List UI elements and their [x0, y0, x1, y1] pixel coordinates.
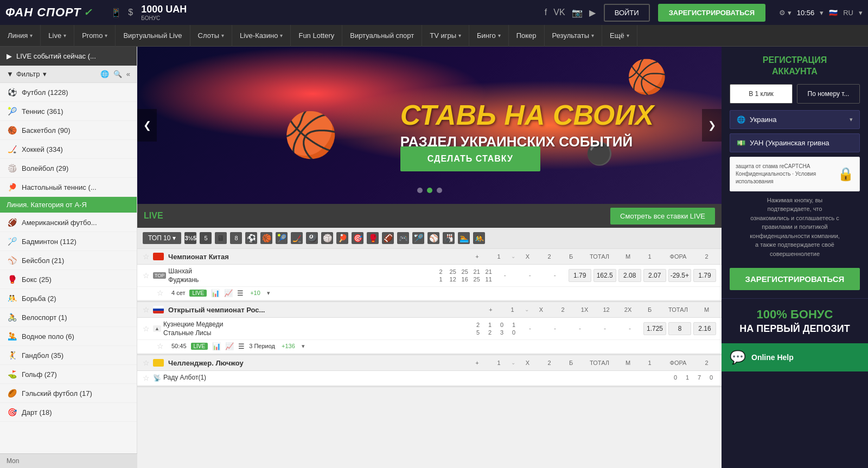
- r-list-icon[interactable]: ☰: [238, 342, 245, 350]
- chart-bar-icon[interactable]: 📊: [211, 289, 220, 297]
- r-odds-1[interactable]: -: [519, 322, 541, 335]
- russia-expand-icon[interactable]: ▾: [302, 343, 305, 350]
- nav-item-linia[interactable]: Линия ▾: [0, 25, 41, 47]
- sidebar-item-tabletennis[interactable]: 🏓 Настольный теннис (...: [0, 178, 137, 197]
- odds-1f[interactable]: 2.07: [643, 269, 666, 282]
- live-filter-ball5[interactable]: 🎱: [306, 232, 318, 244]
- nav-item-live[interactable]: Live ▾: [41, 25, 74, 47]
- r-odds-2[interactable]: -: [544, 322, 566, 335]
- odds-2[interactable]: -: [519, 269, 541, 282]
- event-group-russia-header[interactable]: ☆ Открытый чемпионат Рос... + 1 ⌄ X 2 1X…: [137, 302, 722, 318]
- live-filter-ball11[interactable]: 🎮: [397, 232, 409, 244]
- live-filter-num8[interactable]: 8: [230, 232, 242, 244]
- nav-item-poker[interactable]: Покер: [509, 25, 545, 47]
- live-filter-score-1[interactable]: 3½5: [184, 232, 196, 244]
- live-filter-ball12[interactable]: 🏸: [412, 232, 424, 244]
- sidebar-item-wrestling[interactable]: 🤼 Борьба (2): [0, 289, 137, 308]
- r-odds-b[interactable]: 1.725: [643, 322, 666, 335]
- odds-3[interactable]: -: [544, 269, 566, 282]
- event-group-china-header[interactable]: ☆ Чемпионат Китая + 1 ⌄ X 2 Б ТОТАЛ М 1 …: [137, 249, 722, 265]
- odds-m[interactable]: 2.08: [618, 269, 641, 282]
- sidebar-item-hockey[interactable]: 🏒 Хоккей (334): [0, 140, 137, 159]
- nav-item-virtual-live[interactable]: Виртуальный Live: [116, 25, 190, 47]
- sidebar-item-handball[interactable]: 🤾 Гандбол (35): [0, 346, 137, 365]
- r-odds-total[interactable]: 8: [668, 322, 691, 335]
- live-filter-score-2[interactable]: 5: [200, 232, 212, 244]
- banner-bet-button[interactable]: СДЕЛАТЬ СТАВКУ: [400, 146, 540, 171]
- live-filter-ball13[interactable]: ⚾: [427, 232, 439, 244]
- sidebar-item-gaelic[interactable]: 🏉 Гэльский футбол (17): [0, 384, 137, 403]
- live-filter-ball3[interactable]: 🎾: [276, 232, 288, 244]
- r-odds-m[interactable]: 2.16: [693, 322, 716, 335]
- china-group-fav-star[interactable]: ☆: [143, 252, 150, 261]
- odds-b[interactable]: 1.79: [569, 269, 591, 282]
- live-filter-ball2[interactable]: 🏀: [260, 232, 272, 244]
- r-chart-line-icon[interactable]: 📈: [225, 342, 234, 350]
- reg-by-phone-button[interactable]: По номеру т...: [797, 84, 860, 104]
- reg-submit-button[interactable]: ЗАРЕГИСТРИРОВАТЬСЯ: [730, 268, 860, 290]
- facebook-icon[interactable]: f: [545, 8, 547, 18]
- live-filter-ball8[interactable]: 🎯: [352, 232, 363, 244]
- r-odds-3[interactable]: -: [569, 322, 591, 335]
- nav-item-slots[interactable]: Слоты ▾: [190, 25, 232, 47]
- nav-item-tv[interactable]: TV игры ▾: [422, 25, 469, 47]
- china-expand-icon[interactable]: ▾: [267, 290, 270, 297]
- nav-item-vsport[interactable]: Виртуальный спорт: [342, 25, 422, 47]
- sidebar-item-boxing[interactable]: 🥊 Бокс (25): [0, 270, 137, 289]
- online-help-bar[interactable]: 💬 Online Help: [722, 343, 868, 371]
- mobile-icon[interactable]: 📱: [111, 8, 122, 18]
- sidebar-filter-label[interactable]: ▼ Фильтр ▾: [7, 70, 47, 78]
- r-odds-5[interactable]: -: [618, 322, 641, 335]
- sidebar-item-tennis[interactable]: 🎾 Теннис (361): [0, 102, 137, 121]
- russia-info-star[interactable]: ☆: [157, 342, 164, 350]
- liuzhou-match-fav-star[interactable]: ☆: [143, 374, 150, 382]
- live-filter-ball14[interactable]: 🎳: [443, 232, 455, 244]
- register-button[interactable]: ЗАРЕГИСТРИРОВАТЬСЯ: [658, 4, 765, 22]
- live-all-bets-button[interactable]: Смотреть все ставки LIVE: [610, 208, 715, 225]
- nav-item-bingo[interactable]: Бинго ▾: [469, 25, 509, 47]
- youtube-icon[interactable]: ▶: [589, 8, 596, 18]
- currency-select[interactable]: 💵 УАН (Украинская гривна: [730, 133, 860, 152]
- sidebar-item-golf[interactable]: ⛳ Гольф (27): [0, 365, 137, 384]
- banner-prev-button[interactable]: ❮: [137, 109, 157, 142]
- odds-total[interactable]: 162.5: [593, 269, 616, 282]
- odds-2f[interactable]: 1.79: [693, 269, 716, 282]
- r-chart-bar-icon[interactable]: 📊: [212, 342, 221, 350]
- live-filter-ball7[interactable]: 🏓: [336, 232, 348, 244]
- live-filter-ball16[interactable]: 🤼: [473, 232, 485, 244]
- china-match-fav-star[interactable]: ☆: [143, 271, 150, 280]
- chart-line-icon[interactable]: 📈: [224, 289, 233, 297]
- banner-dot-3[interactable]: [437, 188, 442, 193]
- nav-item-promo[interactable]: Promo ▾: [74, 25, 116, 47]
- locale-arrow[interactable]: ▾: [859, 9, 863, 17]
- live-filter-ball9[interactable]: 🥊: [367, 232, 379, 244]
- sidebar-item-football[interactable]: ⚽ Футбол (1228): [0, 83, 137, 102]
- sidebar-item-amfootball[interactable]: 🏈 Американский футбо...: [0, 213, 137, 232]
- china-more-bets[interactable]: +10: [250, 290, 260, 296]
- odds-1[interactable]: -: [494, 269, 516, 282]
- russia-match-fav-star[interactable]: ☆: [143, 324, 150, 333]
- search-icon[interactable]: 🔍: [113, 70, 122, 78]
- instagram-icon[interactable]: 📷: [572, 8, 583, 18]
- locale-label[interactable]: RU: [843, 9, 853, 17]
- login-button[interactable]: ВОЙТИ: [604, 4, 650, 22]
- live-filter-ball15[interactable]: 🏊: [458, 232, 470, 244]
- collapse-icon[interactable]: «: [126, 70, 130, 78]
- sidebar-item-badminton[interactable]: 🏸 Бадминтон (112): [0, 232, 137, 251]
- globe-icon[interactable]: 🌐: [100, 70, 109, 78]
- sidebar-item-darts[interactable]: 🎯 Дарт (18): [0, 403, 137, 422]
- top10-filter-button[interactable]: ТОП 10 ▾: [143, 232, 181, 244]
- sidebar-item-cycling[interactable]: 🚴 Велоспорт (1): [0, 308, 137, 327]
- live-filter-ball1[interactable]: ⚽: [245, 232, 257, 244]
- time-arrow[interactable]: ▾: [820, 9, 824, 17]
- vk-icon[interactable]: VK: [553, 8, 565, 18]
- liuzhou-group-fav-star[interactable]: ☆: [143, 358, 150, 367]
- nav-item-lottery[interactable]: Fun Lottery: [291, 25, 342, 47]
- nav-item-results[interactable]: Результаты ▾: [545, 25, 602, 47]
- event-group-liuzhou-header[interactable]: ☆ Челленджер. Лючжоу + 1 ⌄ X 2 Б ТОТАЛ М…: [137, 355, 722, 371]
- reg-one-click-button[interactable]: В 1 клик: [730, 84, 793, 104]
- sidebar-item-basketball[interactable]: 🏀 Баскетбол (90): [0, 121, 137, 140]
- sidebar-item-baseball[interactable]: ⚾ Бейсбол (21): [0, 251, 137, 270]
- banner-dot-2[interactable]: [427, 188, 432, 193]
- russia-more-bets[interactable]: +136: [282, 343, 295, 349]
